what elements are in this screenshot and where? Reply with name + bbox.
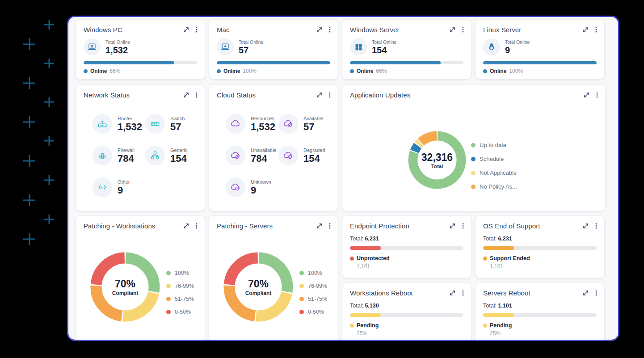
stat-item-firewall: Firewall784 bbox=[93, 146, 145, 165]
progress-track bbox=[217, 61, 330, 64]
legend-value: 100% bbox=[509, 68, 523, 74]
expand-icon[interactable] bbox=[583, 27, 589, 33]
kebab-menu-icon[interactable] bbox=[595, 290, 597, 296]
kebab-menu-icon[interactable] bbox=[329, 27, 331, 33]
legend: Support Ended 1,101 bbox=[476, 250, 604, 270]
legend-label: Online bbox=[90, 68, 107, 74]
stat-label: Firewall bbox=[118, 147, 135, 153]
card-title: Workstations Reboot bbox=[350, 289, 413, 297]
legend-label: Pending bbox=[357, 322, 379, 329]
total-row: Total: 1,101 bbox=[476, 297, 604, 309]
cloud-check-icon bbox=[278, 114, 298, 134]
kebab-menu-icon[interactable] bbox=[462, 290, 464, 296]
expand-icon[interactable] bbox=[450, 27, 455, 33]
kebab-menu-icon[interactable] bbox=[196, 223, 198, 229]
legend-value: 100% bbox=[243, 68, 257, 74]
stat-label: Unknown bbox=[251, 179, 271, 185]
card-title: Cloud Status bbox=[217, 91, 256, 99]
expand-icon[interactable] bbox=[183, 27, 189, 33]
legend-dot bbox=[84, 69, 88, 73]
legend-label: Online bbox=[490, 68, 506, 74]
legend-value: 25% bbox=[490, 330, 597, 337]
legend-label: Online bbox=[357, 68, 373, 74]
progress-track bbox=[84, 61, 197, 64]
stat-item-switch: Switch57 bbox=[145, 114, 200, 134]
progress-fill bbox=[483, 61, 597, 64]
legend-value: 1,101 bbox=[357, 263, 463, 270]
plus-decoration bbox=[44, 175, 54, 185]
plus-decoration bbox=[23, 155, 35, 167]
stat-value: 1,532 bbox=[118, 122, 142, 132]
stat-label: Resources bbox=[251, 116, 275, 121]
stat-value: 9 bbox=[118, 185, 130, 195]
card-os-end-of-support: OS End of Support Total: 6,231 Support E… bbox=[476, 216, 604, 278]
kebab-menu-icon[interactable] bbox=[196, 27, 198, 33]
expand-icon[interactable] bbox=[583, 290, 589, 296]
linux-penguin-icon bbox=[483, 38, 500, 55]
plus-decoration bbox=[23, 116, 35, 128]
card-title: Windows PC bbox=[84, 26, 122, 34]
total-row: Total: 6,231 bbox=[476, 230, 604, 242]
stat-label: Switch bbox=[170, 116, 185, 121]
progress-track bbox=[350, 61, 463, 64]
legend-label: Unprotected bbox=[357, 255, 390, 261]
card-title: Linux Server bbox=[483, 26, 521, 34]
expand-icon[interactable] bbox=[450, 290, 455, 296]
windows-laptop-icon bbox=[84, 38, 101, 55]
generic-device-icon bbox=[145, 146, 165, 165]
card-servers-reboot: Servers Reboot Total: 1,101 Pending 25% bbox=[476, 283, 604, 341]
stat-value: 154 bbox=[170, 153, 188, 164]
kebab-menu-icon[interactable] bbox=[462, 223, 464, 229]
legend: Unprotected 1,101 bbox=[342, 250, 471, 270]
progress-fill bbox=[350, 61, 441, 64]
kebab-menu-icon[interactable] bbox=[462, 27, 464, 33]
expand-icon[interactable] bbox=[316, 223, 322, 229]
kebab-menu-icon[interactable] bbox=[329, 223, 331, 229]
expand-icon[interactable] bbox=[583, 223, 589, 229]
legend-dot bbox=[350, 324, 354, 328]
expand-icon[interactable] bbox=[316, 27, 322, 33]
metric-label: Total Online bbox=[105, 39, 130, 45]
stat-item-degraded: Degraded154 bbox=[278, 146, 333, 165]
progress-track bbox=[483, 61, 597, 64]
progress-fill bbox=[483, 313, 514, 317]
card-patching-workstations: Patching - Workstations 70% Compliant 10… bbox=[76, 216, 205, 341]
total-row: Total: 5,130 bbox=[342, 297, 471, 309]
metric-label: Total Online bbox=[505, 39, 530, 45]
stat-item-available: Available57 bbox=[278, 114, 333, 134]
kebab-menu-icon[interactable] bbox=[595, 27, 597, 33]
firewall-icon bbox=[93, 146, 112, 165]
legend: Pending 25% bbox=[476, 317, 604, 337]
chart-legend: Up to date Schedule Not Applicable No Po… bbox=[471, 142, 517, 190]
cloud-down-arrow-icon bbox=[278, 146, 298, 165]
kebab-menu-icon[interactable] bbox=[595, 223, 597, 229]
kebab-menu-icon[interactable] bbox=[329, 92, 331, 98]
card-application-updates: Application Updates 32,316 Total Up to d… bbox=[342, 85, 605, 211]
progress-fill bbox=[217, 61, 330, 64]
legend-dot bbox=[483, 324, 487, 328]
kebab-menu-icon[interactable] bbox=[196, 92, 198, 98]
stat-label: Degraded bbox=[303, 147, 325, 153]
card-windows-server: Windows Server Total Online 154 Online bbox=[342, 20, 471, 79]
expand-icon[interactable] bbox=[316, 92, 322, 98]
kebab-menu-icon[interactable] bbox=[596, 92, 598, 98]
expand-icon[interactable] bbox=[183, 223, 189, 229]
expand-icon[interactable] bbox=[450, 223, 455, 229]
legend-dot bbox=[483, 69, 487, 73]
progress-fill bbox=[350, 313, 381, 317]
card-mac: Mac Total Online 57 Online 100% bbox=[209, 20, 338, 79]
donut-center-label: 70% Compliant bbox=[221, 249, 296, 324]
card-title: Servers Reboot bbox=[483, 289, 530, 297]
stat-item-other: Other9 bbox=[93, 177, 145, 197]
plus-decoration bbox=[44, 59, 54, 68]
expand-icon[interactable] bbox=[183, 92, 189, 98]
switch-icon bbox=[145, 114, 165, 134]
legend-label: Pending bbox=[490, 322, 512, 329]
progress-track bbox=[483, 313, 597, 317]
metric-value: 57 bbox=[239, 46, 263, 55]
expand-icon[interactable] bbox=[584, 92, 589, 98]
stat-value: 9 bbox=[251, 185, 271, 195]
stat-item-resources: Resources1,532 bbox=[226, 114, 278, 134]
card-title: Patching - Servers bbox=[217, 222, 273, 230]
card-network-status: Network Status Router1,532 Sw bbox=[76, 85, 205, 211]
